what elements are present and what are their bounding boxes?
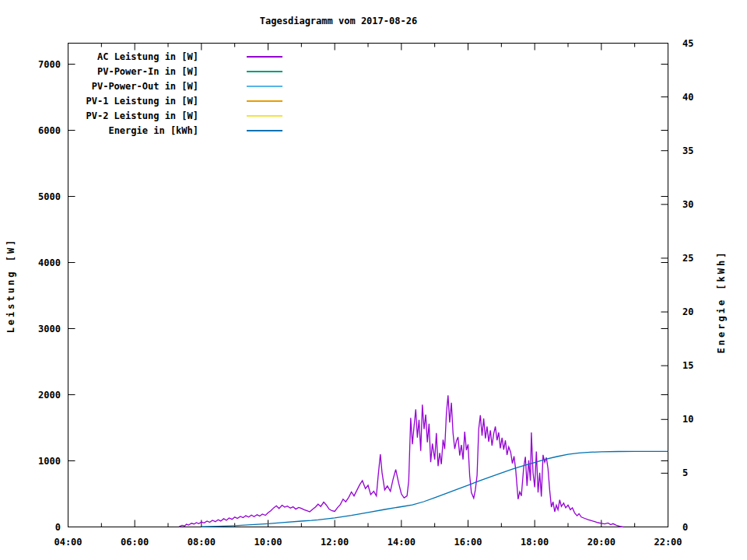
x-tick-label: 20:00 bbox=[582, 537, 621, 548]
x-tick-label: 12:00 bbox=[315, 537, 354, 548]
legend-label: PV-1 Leistung in [W] bbox=[70, 96, 198, 107]
y-left-tick-label: 5000 bbox=[31, 191, 61, 202]
legend-label: PV-Power-Out in [W] bbox=[70, 81, 198, 92]
legend-line-sample bbox=[247, 71, 282, 72]
x-tick-label: 10:00 bbox=[249, 537, 288, 548]
x-tick-label: 18:00 bbox=[515, 537, 554, 548]
x-tick-label: 22:00 bbox=[649, 537, 688, 548]
x-tick-label: 16:00 bbox=[449, 537, 488, 548]
y-left-tick-label: 7000 bbox=[31, 59, 61, 70]
y-left-tick-label: 6000 bbox=[31, 125, 61, 136]
legend-line-sample bbox=[247, 86, 282, 87]
legend-line-sample bbox=[247, 100, 282, 102]
y-right-tick-label: 5 bbox=[682, 467, 714, 478]
x-tick-label: 06:00 bbox=[115, 537, 154, 548]
legend-item-pv1-leistung: PV-1 Leistung in [W] bbox=[70, 93, 282, 108]
y-right-tick-label: 10 bbox=[682, 414, 714, 425]
legend-item-pv-power-in: PV-Power-In in [W] bbox=[70, 64, 282, 79]
y-right-tick-label: 20 bbox=[682, 306, 714, 317]
y-right-tick-label: 35 bbox=[682, 145, 714, 156]
y-axis-right-label: Energie [kWh] bbox=[716, 242, 728, 362]
legend-label: AC Leistung in [W] bbox=[70, 51, 198, 62]
y-left-tick-label: 3000 bbox=[31, 324, 61, 334]
legend: AC Leistung in [W] PV-Power-In in [W] PV… bbox=[70, 49, 282, 138]
legend-label: Energie in [kWh] bbox=[70, 125, 198, 136]
legend-line-sample bbox=[247, 56, 282, 58]
y-left-tick-label: 1000 bbox=[31, 456, 61, 467]
legend-item-ac-leistung: AC Leistung in [W] bbox=[70, 49, 282, 64]
y-right-tick-label: 30 bbox=[682, 199, 714, 210]
x-tick-label: 14:00 bbox=[382, 537, 421, 548]
legend-item-energie: Energie in [kWh] bbox=[70, 123, 282, 138]
y-right-tick-label: 25 bbox=[682, 253, 714, 264]
y-right-tick-label: 45 bbox=[682, 38, 714, 49]
x-tick-label: 04:00 bbox=[49, 537, 88, 548]
y-left-tick-label: 0 bbox=[31, 522, 61, 533]
series-curve-5 bbox=[202, 451, 668, 527]
y-left-tick-label: 4000 bbox=[31, 257, 61, 268]
y-right-tick-label: 15 bbox=[682, 360, 714, 371]
legend-item-pv-power-out: PV-Power-Out in [W] bbox=[70, 79, 282, 93]
x-tick-label: 08:00 bbox=[182, 537, 221, 548]
legend-label: PV-Power-In in [W] bbox=[70, 66, 198, 77]
legend-label: PV-2 Leistung in [W] bbox=[70, 110, 198, 121]
legend-line-sample bbox=[247, 115, 282, 117]
y-axis-left-label: Leistung [W] bbox=[5, 231, 18, 340]
y-right-tick-label: 40 bbox=[682, 92, 714, 103]
y-left-tick-label: 2000 bbox=[31, 390, 61, 401]
daily-pv-chart: Tagesdiagramm vom 2017-08-26 Leistung [W… bbox=[0, 0, 747, 560]
legend-line-sample bbox=[247, 130, 282, 131]
y-right-tick-label: 0 bbox=[682, 522, 714, 533]
legend-item-pv2-leistung: PV-2 Leistung in [W] bbox=[70, 108, 282, 123]
